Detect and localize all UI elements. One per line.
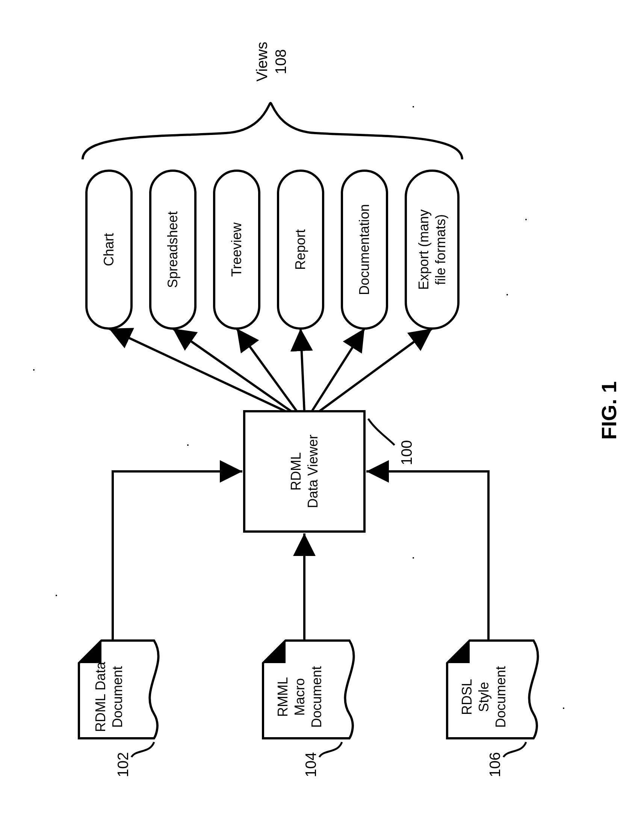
view-spreadsheet-label: Spreadsheet	[165, 211, 180, 288]
arrow-to-report	[301, 329, 304, 411]
arrow-to-chart	[109, 329, 285, 411]
svg-point-9	[525, 219, 527, 220]
arrow-rdml-to-viewer	[113, 471, 242, 641]
figure-caption: FIG. 1	[597, 381, 621, 440]
svg-rect-0	[244, 411, 365, 532]
ref-106: 106	[486, 752, 503, 777]
ref-104: 104	[302, 752, 319, 777]
viewer-label-1: RDML	[288, 452, 304, 490]
svg-point-10	[563, 707, 564, 709]
views-label: Views	[254, 42, 270, 81]
svg-rect-6	[406, 171, 458, 329]
svg-point-14	[506, 294, 508, 295]
ref-100: 100	[398, 440, 415, 465]
rdml-data-label-1: RDML Data	[93, 662, 108, 732]
view-documentation: Documentation	[342, 171, 387, 329]
rmml-label-3: Document	[309, 666, 324, 728]
view-documentation-label: Documentation	[357, 204, 372, 295]
rmml-macro-document: RMML Macro Document	[263, 641, 354, 738]
view-treeview-label: Treeview	[229, 222, 244, 277]
view-export-label-2: file formats)	[433, 214, 448, 285]
rdsl-label-3: Document	[493, 666, 508, 728]
view-export-label-1: Export (many	[416, 209, 431, 290]
svg-point-7	[55, 595, 57, 596]
arrow-to-treeview	[237, 329, 297, 411]
viewer-label-2: Data Viewer	[305, 435, 320, 508]
rdml-data-label-2: Document	[110, 666, 125, 728]
svg-point-8	[33, 369, 35, 371]
arrow-rdsl-to-viewer	[366, 471, 488, 641]
arrow-to-export	[319, 329, 432, 411]
rdml-data-viewer: RDML Data Viewer	[244, 411, 365, 532]
view-export: Export (many file formats)	[406, 171, 458, 329]
rmml-label-1: RMML	[275, 677, 290, 717]
rmml-label-2: Macro	[292, 678, 307, 716]
arrow-to-spreadsheet	[173, 329, 291, 411]
ref-108: 108	[272, 49, 289, 74]
rdsl-label-2: Style	[476, 682, 491, 712]
rdml-data-document: RDML Data Document	[79, 641, 159, 738]
view-chart: Chart	[86, 171, 132, 329]
rdsl-label-1: RDSL	[459, 679, 475, 715]
views-brace	[83, 103, 462, 159]
svg-point-13	[187, 444, 189, 446]
view-report: Report	[278, 171, 323, 329]
view-treeview: Treeview	[214, 171, 259, 329]
ref-102: 102	[115, 752, 131, 777]
view-spreadsheet: Spreadsheet	[150, 171, 195, 329]
view-chart-label: Chart	[101, 233, 117, 266]
svg-point-11	[412, 106, 414, 108]
svg-point-12	[412, 557, 414, 559]
rdsl-style-document: RDSL Style Document	[447, 641, 538, 738]
view-report-label: Report	[293, 229, 308, 270]
